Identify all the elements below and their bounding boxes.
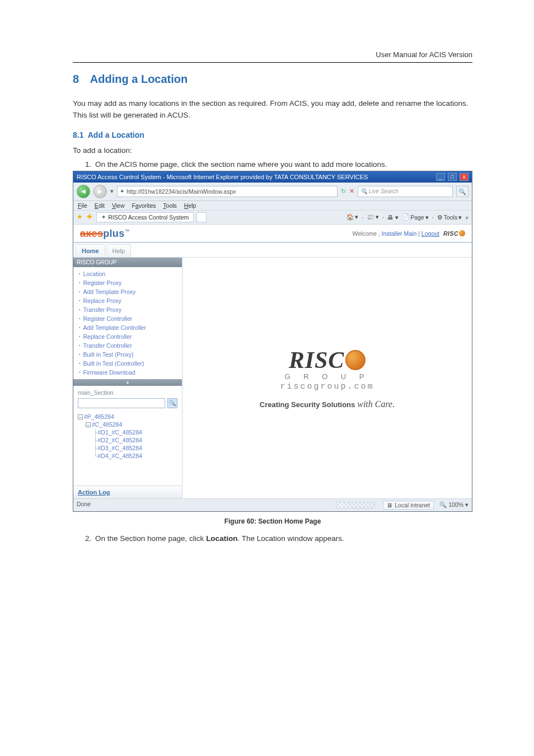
sidebar-item-add-template-controller[interactable]: Add Template Controller [73,323,182,332]
step-1: 1.On the ACIS home page, click the secti… [85,160,472,169]
tree-node-d3[interactable]: ├#D3_#C_485284 [78,444,177,452]
tagline-a: Creating Security Solutions [260,400,355,409]
welcome-prefix: Welcome , [353,230,382,237]
risco-logo-dot-icon [345,350,366,370]
sidebar-item-register-controller[interactable]: Register Controller [73,314,182,323]
sidebar-item-replace-controller[interactable]: Replace Controller [73,332,182,341]
risco-logo: RISC [289,347,366,374]
sidebar: RISCO GROUP Location Register Proxy Add … [73,258,182,498]
nav-dropdown-icon[interactable]: ▾ [110,188,114,195]
risco-group-letters: G R O U P [260,372,395,381]
page-header-right: User Manual for ACIS Version [73,50,472,63]
zoom-indicator[interactable]: 🔍 100% ▾ [439,501,469,508]
tree-search-button[interactable]: 🔍 [167,398,177,408]
search-box[interactable]: 🔍 Live Search [358,186,453,197]
risco-big-text: RISC [289,347,345,374]
tree-root-label: main_Section [78,389,177,396]
print-button[interactable]: 🖶 ▾ [387,214,399,221]
back-button[interactable]: ◄ [77,185,90,198]
forward-button[interactable]: ► [93,185,107,198]
menu-tools[interactable]: Tools [163,202,177,209]
command-bar: 🏠 ▾ · 📰 ▾ · 🖶 ▾ 📄 Page ▾ · ⚙ Tools ▾ » [346,213,469,221]
menu-edit[interactable]: Edit [95,202,105,209]
screenshot-window: RISCO Access Control System - Microsoft … [73,171,472,512]
tab-home[interactable]: Home [76,244,105,257]
sidebar-item-location[interactable]: Location [73,269,182,278]
menu-help[interactable]: Help [184,202,196,209]
status-progress [336,502,375,508]
tree-node-c[interactable]: –#C_485284 [78,421,177,428]
tree-node-p[interactable]: –#P_485284 [78,413,177,421]
tree-search-input[interactable] [78,398,165,408]
window-buttons: _ □ X [435,173,469,181]
sidebar-item-replace-proxy[interactable]: Replace Proxy [73,296,182,305]
device-tree: –#P_485284 –#C_485284 ├#D1_#C_485284 ├#D… [78,413,177,460]
home-button[interactable]: 🏠 ▾ [346,213,359,221]
action-log-link[interactable]: Action Log [73,486,182,498]
new-tab-button[interactable] [196,212,207,222]
intro-text: You may add as many locations in the sec… [73,98,472,122]
feeds-button[interactable]: 📰 ▾ [367,213,379,221]
page-menu[interactable]: 📄 Page ▾ [402,213,429,221]
sidebar-item-add-template-proxy[interactable]: Add Template Proxy [73,287,182,296]
axesplus-logo: axesplus™ [80,228,130,240]
app-tabs: Home Help [73,243,472,258]
menu-view[interactable]: View [112,202,125,209]
search-go-button[interactable]: 🔍 [456,186,469,197]
section-title: Adding a Location [90,73,188,85]
tree-node-d1[interactable]: ├#D1_#C_485284 [78,428,177,436]
tab-page-icon: ✦ [101,214,106,220]
url-text: http://01hw182234/acis/MainWindow.aspx [127,188,236,195]
tree-search-row: 🔍 [78,398,177,408]
close-button[interactable]: X [460,173,469,181]
subsection-heading: 8.1 Add a Location [73,130,472,139]
main-content: RISC G R O U P riscogroup.com Creating S… [182,258,472,498]
tab-label: RISCO Access Control System [108,214,189,221]
status-zone: 🖥 Local intranet [383,501,434,510]
maximize-button[interactable]: □ [448,173,457,181]
minimize-button[interactable]: _ [436,173,445,181]
sidebar-endcap: ▲ [73,379,182,386]
tagline-b: with Care. [357,399,395,409]
menu-file[interactable]: File [78,202,87,209]
risco-mini-logo: RISC [443,230,465,237]
risco-tagline: Creating Security Solutions with Care. [260,399,395,409]
risco-hero: RISC G R O U P riscogroup.com Creating S… [260,347,395,409]
sidebar-item-bit-controller[interactable]: Built in Test (Controller) [73,359,182,368]
address-bar[interactable]: ✦ http://01hw182234/acis/MainWindow.aspx [117,186,338,197]
sidebar-item-firmware[interactable]: Firmware Download [73,368,182,377]
search-placeholder: Live Search [369,188,399,194]
sidebar-item-register-proxy[interactable]: Register Proxy [73,278,182,287]
section-heading: 8 Adding a Location [73,73,472,86]
stop-icon[interactable]: ✕ [349,188,354,195]
sidebar-item-bit-proxy[interactable]: Built in Test (Proxy) [73,350,182,359]
ie-status-bar: Done 🖥 Local intranet 🔍 100% ▾ [73,498,472,511]
step-2-b: Location [206,534,237,543]
ie-titlebar: RISCO Access Control System - Microsoft … [73,171,472,183]
ie-tab-row: ★ ✚ ✦ RISCO Access Control System 🏠 ▾ · … [73,211,472,225]
tools-menu[interactable]: ⚙ Tools ▾ [437,214,462,221]
subsection-number: 8.1 [73,130,83,139]
tree-node-d2[interactable]: ├#D2_#C_485284 [78,436,177,444]
sidebar-nav-list: Location Register Proxy Add Template Pro… [73,267,182,379]
step-2: 2.On the Section home page, click Locati… [85,534,472,543]
sidebar-item-transfer-controller[interactable]: Transfer Controller [73,341,182,350]
app-viewport: axesplus™ Welcome , Installer Main | Log… [73,225,472,498]
ie-nav-bar: ◄ ► ▾ ✦ http://01hw182234/acis/MainWindo… [73,183,472,201]
tree-section: main_Section 🔍 –#P_485284 –#C_485284 ├#D… [73,386,182,463]
favorites-star-icon[interactable]: ★ [77,213,83,221]
tab-help[interactable]: Help [106,244,132,257]
browser-tab[interactable]: ✦ RISCO Access Control System [96,212,194,222]
step-2-c: . The Location window appears. [237,534,344,543]
ie-menu-bar: File Edit View Favorites Tools Help [73,201,472,211]
add-favorite-icon[interactable]: ✚ [87,213,92,221]
sidebar-item-transfer-proxy[interactable]: Transfer Proxy [73,305,182,314]
tree-node-d4[interactable]: └#D4_#C_485284 [78,452,177,460]
logout-link[interactable]: Logout [421,230,439,237]
refresh-icon[interactable]: ↻ [341,188,346,195]
section-number: 8 [73,73,87,86]
page-icon: ✦ [120,188,124,194]
chevron-icon[interactable]: » [465,214,469,221]
menu-favorites[interactable]: Favorites [132,202,156,209]
user-link[interactable]: Installer Main [382,230,416,237]
